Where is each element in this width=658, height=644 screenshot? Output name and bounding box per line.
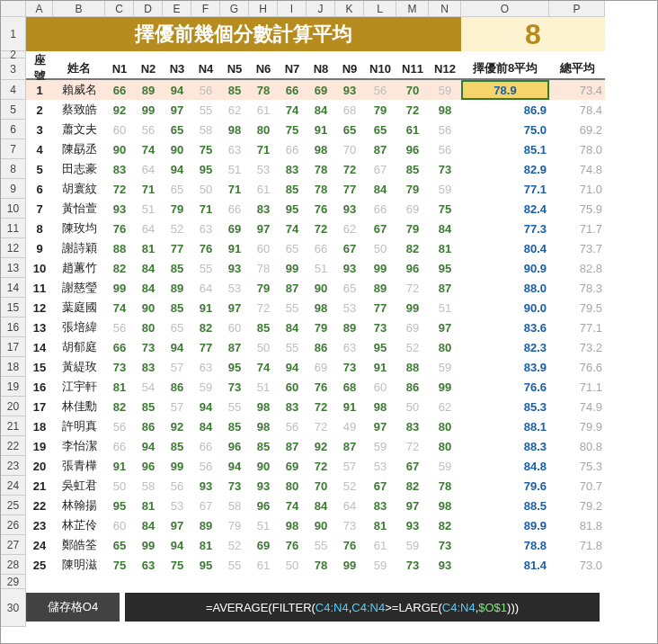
score[interactable]: 59 — [429, 456, 461, 476]
score[interactable]: 91 — [220, 238, 249, 258]
score[interactable]: 66 — [307, 238, 335, 258]
score[interactable]: 63 — [191, 219, 220, 238]
avg[interactable]: 71.7 — [549, 219, 605, 238]
score[interactable]: 76 — [278, 535, 307, 555]
score[interactable]: 99 — [429, 377, 461, 397]
best8[interactable]: 84.8 — [461, 456, 549, 476]
seat[interactable]: 19 — [26, 436, 53, 456]
score[interactable]: 99 — [364, 258, 396, 278]
score[interactable]: 64 — [335, 496, 364, 515]
score[interactable]: 69 — [307, 80, 335, 100]
score[interactable]: 90 — [307, 278, 335, 298]
score[interactable]: 97 — [220, 298, 249, 318]
seat[interactable]: 9 — [26, 238, 53, 258]
score[interactable]: 93 — [335, 258, 364, 278]
score[interactable]: 68 — [335, 100, 364, 120]
score[interactable]: 72 — [335, 159, 364, 179]
score[interactable]: 90 — [163, 139, 191, 159]
score[interactable]: 56 — [163, 476, 191, 496]
score[interactable]: 74 — [105, 298, 134, 318]
seat[interactable]: 20 — [26, 456, 53, 476]
score[interactable]: 72 — [307, 416, 335, 436]
score[interactable]: 83 — [278, 159, 307, 179]
col-header[interactable]: C — [105, 1, 134, 17]
score[interactable]: 50 — [278, 555, 307, 575]
best8[interactable]: 76.6 — [461, 377, 549, 397]
name[interactable]: 趙蕙竹 — [53, 258, 105, 278]
score[interactable]: 55 — [220, 555, 249, 575]
seat[interactable]: 3 — [26, 120, 53, 139]
score[interactable]: 49 — [335, 416, 364, 436]
row-header[interactable]: 11 — [1, 219, 26, 238]
score[interactable]: 53 — [364, 456, 396, 476]
score[interactable]: 84 — [307, 100, 335, 120]
score[interactable]: 59 — [429, 80, 461, 100]
row-header[interactable]: 5 — [1, 100, 26, 120]
score[interactable]: 67 — [364, 159, 396, 179]
corner-cell[interactable] — [1, 1, 26, 17]
score[interactable]: 94 — [278, 357, 307, 377]
avg[interactable]: 79.5 — [549, 298, 605, 318]
seat[interactable]: 1 — [26, 80, 53, 100]
score[interactable]: 65 — [163, 179, 191, 199]
seat[interactable]: 18 — [26, 416, 53, 436]
score[interactable]: 78 — [307, 555, 335, 575]
score[interactable]: 94 — [163, 80, 191, 100]
score[interactable]: 95 — [278, 199, 307, 219]
score[interactable]: 76 — [307, 377, 335, 397]
name[interactable]: 張青樺 — [53, 456, 105, 476]
score[interactable]: 62 — [335, 219, 364, 238]
score[interactable]: 59 — [429, 357, 461, 377]
score[interactable]: 73 — [335, 357, 364, 377]
name[interactable]: 蔡致皓 — [53, 100, 105, 120]
score[interactable]: 71 — [191, 199, 220, 219]
score[interactable]: 50 — [249, 337, 278, 357]
seat[interactable]: 16 — [26, 377, 53, 397]
score[interactable]: 99 — [335, 555, 364, 575]
score[interactable]: 92 — [307, 436, 335, 456]
avg[interactable]: 71.1 — [549, 377, 605, 397]
score[interactable]: 62 — [429, 397, 461, 416]
name[interactable]: 吳虹君 — [53, 476, 105, 496]
score[interactable]: 50 — [191, 179, 220, 199]
score[interactable]: 70 — [335, 139, 364, 159]
row-header[interactable]: 21 — [1, 416, 26, 436]
name[interactable]: 陳勗丞 — [53, 139, 105, 159]
score[interactable]: 75 — [191, 139, 220, 159]
score[interactable]: 77 — [191, 337, 220, 357]
avg[interactable]: 71.0 — [549, 179, 605, 199]
score[interactable]: 84 — [191, 416, 220, 436]
score[interactable]: 67 — [396, 456, 429, 476]
score[interactable]: 85 — [163, 298, 191, 318]
seat[interactable]: 10 — [26, 258, 53, 278]
row-header[interactable]: 4 — [1, 80, 26, 100]
score[interactable]: 62 — [220, 100, 249, 120]
avg[interactable]: 74.8 — [549, 159, 605, 179]
avg[interactable]: 74.9 — [549, 397, 605, 416]
score[interactable]: 79 — [163, 199, 191, 219]
score[interactable]: 53 — [220, 278, 249, 298]
score[interactable]: 98 — [429, 100, 461, 120]
score[interactable]: 93 — [396, 515, 429, 535]
name[interactable]: 賴威名 — [53, 80, 105, 100]
seat[interactable]: 13 — [26, 318, 53, 337]
best8[interactable]: 80.4 — [461, 238, 549, 258]
score[interactable]: 71 — [249, 139, 278, 159]
score[interactable]: 60 — [105, 515, 134, 535]
name[interactable]: 胡寰紋 — [53, 179, 105, 199]
score[interactable]: 90 — [249, 456, 278, 476]
score[interactable]: 95 — [220, 357, 249, 377]
score[interactable]: 87 — [220, 337, 249, 357]
score[interactable]: 97 — [429, 318, 461, 337]
score[interactable]: 80 — [429, 416, 461, 436]
score[interactable]: 75 — [163, 555, 191, 575]
seat[interactable]: 14 — [26, 337, 53, 357]
seat[interactable]: 11 — [26, 278, 53, 298]
avg[interactable]: 73.0 — [549, 555, 605, 575]
score[interactable]: 56 — [191, 80, 220, 100]
score[interactable]: 72 — [249, 298, 278, 318]
best8[interactable]: 77.1 — [461, 179, 549, 199]
score[interactable]: 89 — [191, 515, 220, 535]
score[interactable]: 63 — [134, 555, 163, 575]
score[interactable]: 91 — [105, 456, 134, 476]
